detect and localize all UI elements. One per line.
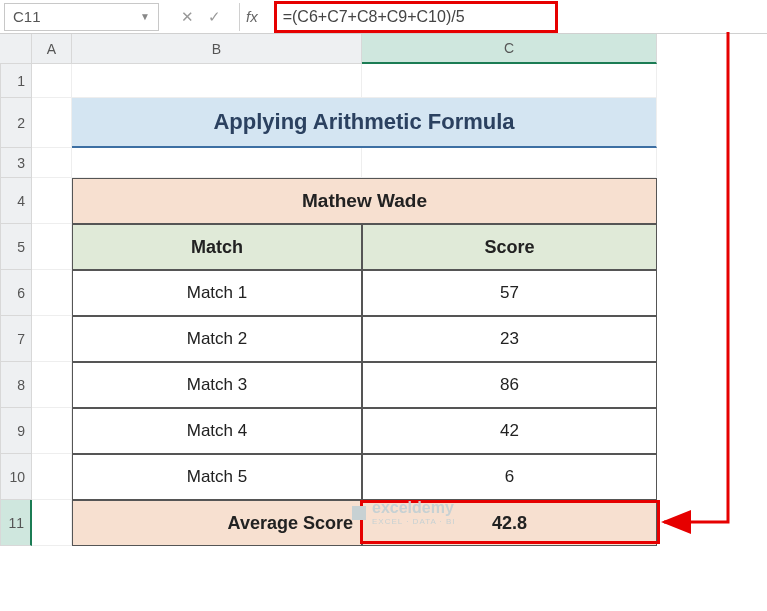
row-header-5[interactable]: 5 <box>0 224 32 270</box>
row-header-8[interactable]: 8 <box>0 362 32 408</box>
cell-a4[interactable] <box>32 178 72 224</box>
cell-a5[interactable] <box>32 224 72 270</box>
cell-a6[interactable] <box>32 270 72 316</box>
score-cell-1[interactable]: 57 <box>362 270 657 316</box>
select-all-corner[interactable] <box>0 34 32 64</box>
score-cell-4[interactable]: 42 <box>362 408 657 454</box>
col-header-a[interactable]: A <box>32 34 72 64</box>
cell-a11[interactable] <box>32 500 72 546</box>
cell-b1[interactable] <box>72 64 362 98</box>
cell-a10[interactable] <box>32 454 72 500</box>
sheet-title[interactable]: Applying Arithmetic Formula <box>72 98 657 148</box>
cell-c1[interactable] <box>362 64 657 98</box>
cell-a1[interactable] <box>32 64 72 98</box>
average-value-cell[interactable]: 42.8 <box>362 500 657 546</box>
formula-input-wrap[interactable]: =(C6+C7+C8+C9+C10)/5 <box>268 3 767 31</box>
row-header-6[interactable]: 6 <box>0 270 32 316</box>
row-header-3[interactable]: 3 <box>0 148 32 178</box>
match-cell-4[interactable]: Match 4 <box>72 408 362 454</box>
score-cell-2[interactable]: 23 <box>362 316 657 362</box>
cell-b3[interactable] <box>72 148 362 178</box>
cell-reference: C11 <box>13 8 41 25</box>
row-header-2[interactable]: 2 <box>0 98 32 148</box>
col-header-c[interactable]: C <box>362 34 657 64</box>
row-header-1[interactable]: 1 <box>0 64 32 98</box>
cancel-icon[interactable]: ✕ <box>181 8 194 26</box>
row-header-9[interactable]: 9 <box>0 408 32 454</box>
match-cell-1[interactable]: Match 1 <box>72 270 362 316</box>
match-header[interactable]: Match <box>72 224 362 270</box>
cell-a7[interactable] <box>32 316 72 362</box>
row-header-10[interactable]: 10 <box>0 454 32 500</box>
average-label-cell[interactable]: Average Score <box>72 500 362 546</box>
cell-a3[interactable] <box>32 148 72 178</box>
accept-icon[interactable]: ✓ <box>208 8 221 26</box>
spreadsheet-grid[interactable]: A B C 1 2 Applying Arithmetic Formula 3 … <box>0 34 767 546</box>
match-cell-2[interactable]: Match 2 <box>72 316 362 362</box>
formula-bar-buttons: ✕ ✓ <box>163 8 239 26</box>
cell-a2[interactable] <box>32 98 72 148</box>
row-header-11[interactable]: 11 <box>0 500 32 546</box>
cell-c3[interactable] <box>362 148 657 178</box>
name-box[interactable]: C11 ▼ <box>4 3 159 31</box>
col-header-b[interactable]: B <box>72 34 362 64</box>
score-header[interactable]: Score <box>362 224 657 270</box>
player-name-header[interactable]: Mathew Wade <box>72 178 657 224</box>
row-header-4[interactable]: 4 <box>0 178 32 224</box>
formula-text: =(C6+C7+C8+C9+C10)/5 <box>274 1 558 33</box>
row-header-7[interactable]: 7 <box>0 316 32 362</box>
formula-bar: C11 ▼ ✕ ✓ fx =(C6+C7+C8+C9+C10)/5 <box>0 0 767 34</box>
chevron-down-icon[interactable]: ▼ <box>140 11 150 22</box>
cell-a8[interactable] <box>32 362 72 408</box>
match-cell-3[interactable]: Match 3 <box>72 362 362 408</box>
score-cell-5[interactable]: 6 <box>362 454 657 500</box>
score-cell-3[interactable]: 86 <box>362 362 657 408</box>
fx-label[interactable]: fx <box>239 3 268 31</box>
cell-a9[interactable] <box>32 408 72 454</box>
match-cell-5[interactable]: Match 5 <box>72 454 362 500</box>
